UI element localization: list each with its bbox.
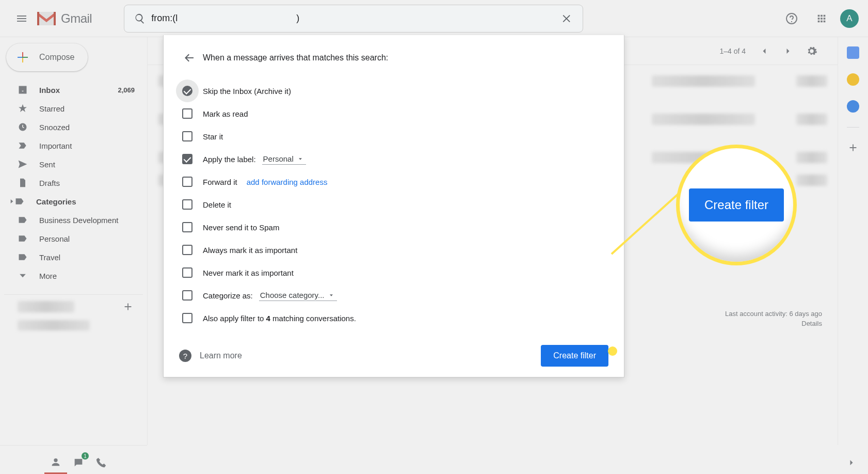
hangouts-tab-contacts[interactable]	[44, 451, 67, 474]
important-icon	[18, 140, 28, 151]
close-icon	[561, 13, 573, 24]
sidebar-item-categories[interactable]: Categories	[4, 192, 143, 211]
checkbox-always-important[interactable]	[182, 245, 192, 255]
add-forwarding-link[interactable]: add forwarding address	[247, 178, 328, 186]
filter-title: When a message arrives that matches this…	[203, 53, 388, 62]
checkbox-categorize[interactable]	[182, 290, 192, 301]
option-delete: Delete it	[203, 200, 231, 209]
plus-icon	[13, 48, 32, 67]
person-icon	[50, 456, 61, 468]
account-avatar[interactable]: A	[840, 9, 859, 28]
sidebar-item-business-development[interactable]: Business Development	[4, 211, 143, 229]
sidebar-item-drafts[interactable]: Drafts	[4, 173, 143, 192]
compose-label: Compose	[39, 53, 74, 62]
calendar-addon[interactable]	[847, 46, 859, 59]
hangouts-contact[interactable]	[18, 320, 90, 330]
option-categorize: Categorize as:	[203, 291, 253, 300]
hamburger-icon	[15, 12, 28, 25]
gmail-logo-icon	[36, 11, 57, 26]
activity-text: Last account activity: 6 days ago	[725, 310, 822, 318]
checkbox-skip-inbox[interactable]	[182, 86, 192, 96]
settings-button[interactable]	[801, 41, 822, 61]
filter-panel: When a message arrives that matches this…	[163, 35, 624, 377]
option-never-spam: Never send it to Spam	[203, 223, 279, 232]
activity-details-link[interactable]: Details	[725, 320, 822, 327]
option-also-apply: Also apply filter to 4 matching conversa…	[203, 314, 356, 323]
arrow-left-icon	[183, 52, 196, 64]
main-menu-button[interactable]	[9, 6, 34, 31]
category-select[interactable]: Choose category...	[259, 290, 337, 301]
checkbox-forward[interactable]	[182, 177, 192, 187]
sidebar-item-travel[interactable]: Travel	[4, 248, 143, 266]
chevron-right-icon	[783, 46, 793, 56]
learn-more-link[interactable]: Learn more	[200, 351, 242, 360]
help-button[interactable]: ?	[179, 350, 191, 362]
apps-icon	[816, 13, 827, 24]
sidebar-item-important[interactable]: Important	[4, 136, 143, 155]
apps-button[interactable]	[810, 7, 833, 30]
inbox-icon	[18, 85, 28, 95]
hangouts-footer: 1	[0, 445, 147, 474]
prev-page-button[interactable]	[754, 41, 775, 61]
sidebar: Compose Inbox 2,069 Starred Snoozed Impo…	[0, 37, 147, 445]
label-select[interactable]: Personal	[262, 153, 306, 165]
filter-back-button[interactable]	[179, 48, 200, 68]
option-apply-label: Apply the label:	[203, 155, 256, 164]
next-page-button[interactable]	[778, 41, 798, 61]
star-icon	[18, 103, 28, 114]
tasks-addon[interactable]	[847, 100, 859, 113]
callout-button: Create filter	[689, 188, 784, 222]
sidebar-item-personal[interactable]: Personal	[4, 229, 143, 248]
sidebar-item-snoozed[interactable]: Snoozed	[4, 118, 143, 136]
keep-addon[interactable]	[847, 73, 859, 86]
search-icon	[134, 13, 146, 24]
plus-icon	[122, 301, 134, 312]
create-filter-button[interactable]: Create filter	[541, 345, 608, 367]
help-icon	[785, 12, 798, 25]
rail-divider	[847, 127, 859, 128]
option-skip-inbox: Skip the Inbox (Archive it)	[203, 87, 291, 96]
option-always-important: Always mark it as important	[203, 246, 297, 255]
hangouts-section	[4, 294, 143, 334]
checkbox-delete[interactable]	[182, 199, 192, 210]
checkbox-never-important[interactable]	[182, 267, 192, 278]
callout-ring: Create filter	[676, 145, 797, 265]
chevron-down-icon	[298, 156, 303, 162]
option-never-important: Never mark it as important	[203, 268, 294, 277]
send-icon	[18, 159, 28, 169]
side-panel	[838, 37, 868, 445]
hangouts-user	[18, 301, 74, 312]
checkbox-star[interactable]	[182, 131, 192, 141]
option-forward: Forward it	[203, 178, 237, 186]
checkbox-apply-label[interactable]	[182, 154, 192, 164]
label-icon	[18, 252, 28, 262]
chevron-left-icon	[759, 46, 769, 56]
gmail-logo[interactable]: Gmail	[36, 11, 92, 26]
chevron-right-icon	[846, 457, 857, 468]
gear-icon	[806, 45, 817, 57]
checkbox-never-spam[interactable]	[182, 222, 192, 232]
search-clear-button[interactable]	[556, 7, 578, 30]
hangouts-tab-phone[interactable]	[90, 451, 112, 474]
checkbox-mark-read[interactable]	[182, 108, 192, 119]
checkbox-also-apply[interactable]	[182, 313, 192, 323]
sidebar-item-more[interactable]: More	[4, 266, 143, 285]
search-button[interactable]	[128, 7, 151, 30]
chevron-down-icon	[329, 293, 334, 298]
hangouts-tab-chat[interactable]: 1	[67, 451, 90, 474]
sidebar-item-sent[interactable]: Sent	[4, 155, 143, 173]
sidebar-item-starred[interactable]: Starred	[4, 99, 143, 118]
new-chat-button[interactable]	[122, 301, 134, 312]
side-panel-toggle[interactable]	[846, 457, 857, 468]
label-icon	[18, 215, 28, 225]
option-star: Star it	[203, 132, 223, 141]
chevron-down-icon	[18, 271, 28, 281]
page-count: 1–4 of 4	[719, 47, 746, 55]
compose-button[interactable]: Compose	[6, 43, 88, 71]
search-input[interactable]	[151, 13, 556, 24]
clock-icon	[18, 122, 28, 132]
support-button[interactable]	[780, 7, 803, 30]
gmail-logo-text: Gmail	[61, 11, 92, 26]
sidebar-item-inbox[interactable]: Inbox 2,069	[4, 81, 143, 99]
get-addons-button[interactable]	[847, 142, 859, 153]
